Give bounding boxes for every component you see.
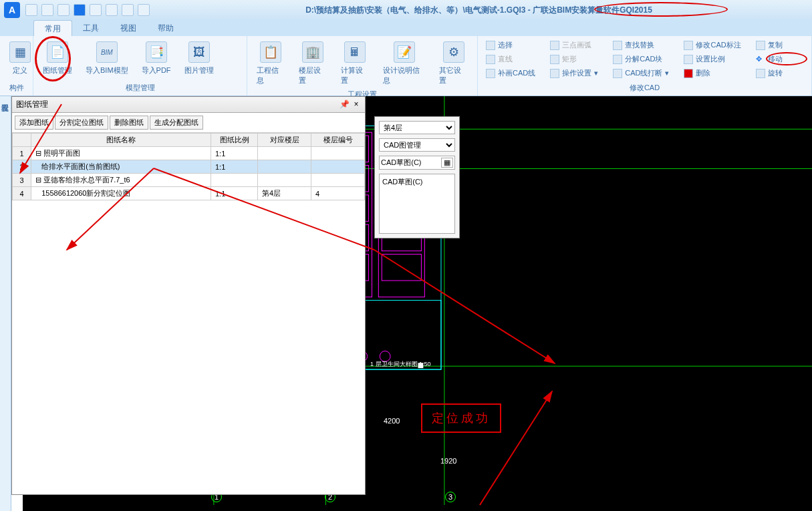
rotate-icon (756, 69, 765, 78)
col-name[interactable]: 图纸名称 (31, 134, 211, 147)
move-button[interactable]: ✥移动 (753, 53, 785, 65)
table-row[interactable]: 3⊟ 亚德客给排水总平面7.7_t6 (13, 174, 365, 187)
qat-a-icon[interactable] (74, 4, 86, 16)
panel-dm-toolbar: 添加图纸 分割定位图纸 删除图纸 生成分配图纸 (12, 113, 365, 133)
titlebar: A D:\预结算及抽筋\安装（电气、给排水、等）\电气测试-1.GQI3 - 广… (0, 0, 812, 20)
floor-icon: 🏢 (302, 41, 323, 63)
tab-view[interactable]: 视图 (110, 20, 147, 36)
line-button[interactable]: 直线 (483, 53, 538, 65)
txt-room: 1 层卫生间大样图 1:50 (370, 360, 431, 369)
qat-refresh-icon[interactable] (122, 4, 134, 16)
delete-button[interactable]: 删除 (681, 67, 743, 79)
qat-open-icon[interactable] (41, 4, 53, 16)
ribbon-tabs: 常用 工具 视图 帮助 (0, 20, 812, 36)
rect-button[interactable]: 矩形 (547, 53, 601, 65)
axis-3: 3 (445, 492, 456, 502)
floor-setting-button[interactable]: 🏢楼层设置 (295, 39, 331, 88)
cad-draft-field[interactable]: CAD草图(C) (381, 158, 422, 168)
table-row[interactable]: 4 15586612060新分割定位图1:1第4层4 (13, 187, 365, 200)
import-bim-button[interactable]: BIM导入BIM模型 (82, 39, 132, 78)
project-info-label: 工程信息 (257, 65, 285, 86)
ribbon: ▦定义 构件 📄图纸管理 BIM导入BIM模型 📑导入PDF 🖼图片管理 模型管… (0, 36, 812, 96)
fill-icon (486, 69, 495, 78)
image-manage-button[interactable]: 🖼图片管理 (180, 39, 218, 78)
find-icon (613, 41, 622, 50)
panel-pin-icon[interactable]: 📌 (340, 100, 349, 110)
other-setting-button[interactable]: ⚙其它设置 (435, 39, 472, 88)
calc-icon: 🖩 (344, 41, 366, 63)
table-row[interactable]: 1⊟ 照明平面图1:1 (13, 147, 365, 160)
title-text: D:\预结算及抽筋\安装（电气、给排水、等）\电气测试-1.GQI3 - 广联达… (150, 5, 808, 16)
import-pdf-button[interactable]: 📑导入PDF (138, 39, 175, 78)
pdf-icon: 📑 (146, 41, 167, 63)
image-icon: 🖼 (188, 41, 210, 63)
group-model-label: 模型管理 (39, 81, 241, 93)
op-icon (550, 69, 559, 78)
qat-save-icon[interactable] (57, 4, 70, 16)
arc-button[interactable]: 三点画弧 (547, 39, 601, 51)
design-icon: 📝 (394, 41, 415, 63)
floor-cad-panel: 第4层 CAD图管理 CAD草图(C) ▦ CAD草图(C) (374, 116, 460, 238)
title-app: 广联达BIM安装算量软件GQI2015 (533, 5, 652, 15)
floor-select[interactable]: 第4层 (379, 121, 455, 134)
split-locate-button[interactable]: 分割定位图纸 (55, 116, 108, 130)
project-info-icon: 📋 (260, 41, 281, 63)
design-desc-label: 设计说明信息 (383, 65, 426, 86)
rotate-button[interactable]: 旋转 (753, 67, 785, 79)
col-floor[interactable]: 对应楼层 (258, 134, 311, 147)
project-info-button[interactable]: 📋工程信息 (253, 39, 289, 88)
copy-button[interactable]: 复制 (753, 39, 785, 51)
design-desc-button[interactable]: 📝设计说明信息 (379, 39, 430, 88)
define-label: 定义 (13, 65, 27, 75)
import-bim-label: 导入BIM模型 (86, 65, 128, 75)
tab-common[interactable]: 常用 (33, 20, 72, 36)
tab-help[interactable]: 帮助 (147, 20, 184, 36)
tab-tools[interactable]: 工具 (72, 20, 110, 36)
panel-close-icon[interactable]: × (352, 100, 361, 110)
drawing-manage-label: 图纸管理 (43, 65, 72, 75)
image-manage-label: 图片管理 (184, 65, 214, 75)
line-icon (486, 55, 495, 64)
add-drawing-button[interactable]: 添加图纸 (15, 116, 53, 130)
select-icon (486, 41, 495, 50)
modify-dim-button[interactable]: 修改CAD标注 (681, 39, 743, 51)
drawing-management-panel: 图纸管理 📌 × 添加图纸 分割定位图纸 删除图纸 生成分配图纸 图纸名称 图纸… (11, 96, 366, 495)
qat-redo-icon[interactable] (106, 4, 118, 16)
delete-drawing-button[interactable]: 删除图纸 (110, 116, 148, 130)
cad-draft-listbox[interactable]: CAD草图(C) (379, 174, 455, 234)
qat-new-icon[interactable] (25, 4, 37, 16)
col-ratio[interactable]: 图纸比例 (211, 134, 258, 147)
col-fno[interactable]: 楼层编号 (311, 134, 365, 147)
drawing-icon: 📄 (47, 41, 68, 63)
find-replace-button[interactable]: 查找替换 (610, 39, 672, 51)
annotation-success-box: 定位成功 (421, 403, 501, 433)
set-scale-button[interactable]: 设置比例 (681, 53, 743, 65)
explode-icon (613, 55, 622, 64)
define-button[interactable]: ▦定义 (5, 39, 35, 78)
break-line-button[interactable]: CAD线打断▾ (610, 67, 672, 79)
fill-cad-button[interactable]: 补画CAD线 (483, 67, 538, 79)
qat-more-icon[interactable] (138, 4, 150, 16)
delete-icon (684, 69, 693, 78)
floor-setting-label: 楼层设置 (299, 65, 327, 86)
drawing-table[interactable]: 图纸名称 图纸比例 对应楼层 楼层编号 1⊟ 照明平面图1:1 2 给排水平面图… (12, 133, 365, 200)
sidebar-project[interactable]: 工程设置 (0, 99, 10, 504)
svg-rect-31 (382, 254, 421, 281)
list-item[interactable]: CAD草图(C) (382, 177, 452, 187)
op-setting-button[interactable]: 操作设置▾ (547, 67, 601, 79)
select-button[interactable]: 选择 (483, 39, 538, 51)
cad-draft-btn-icon[interactable]: ▦ (441, 158, 453, 168)
drawing-manage-button[interactable]: 📄图纸管理 (39, 39, 76, 78)
gen-assign-button[interactable]: 生成分配图纸 (150, 116, 203, 130)
qat-undo-icon[interactable] (90, 4, 102, 16)
dim-icon (684, 41, 693, 50)
break-icon (613, 69, 622, 78)
dim-4200: 4200 (384, 417, 400, 425)
calc-setting-button[interactable]: 🖩计算设置 (337, 39, 374, 88)
explode-cad-button[interactable]: 分解CAD块 (610, 53, 672, 65)
move-icon: ✥ (756, 55, 765, 64)
table-row[interactable]: 2 给排水平面图(当前图纸)1:1 (13, 160, 365, 174)
cad-manage-select[interactable]: CAD图管理 (379, 138, 455, 152)
left-sidebar: 工程设置 绘图输入 表格输入 集中套用做法 报表预览 (0, 96, 11, 511)
group-component-label: 构件 (5, 81, 27, 93)
